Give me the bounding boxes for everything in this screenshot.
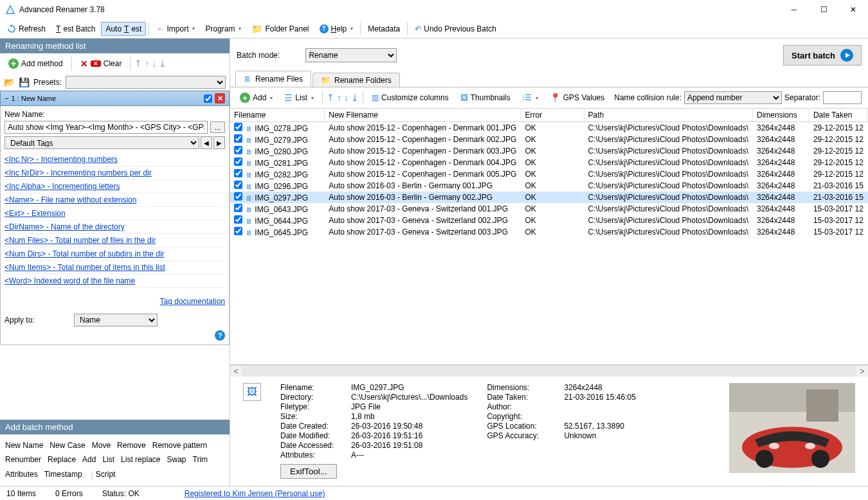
batch-method-new-name[interactable]: New Name (5, 441, 43, 450)
ncr-select[interactable]: Append number (684, 91, 782, 104)
row-checkbox[interactable] (234, 134, 242, 143)
tab-rename-folders[interactable]: 📁Rename Folders (312, 73, 400, 87)
tag-link[interactable]: <Name> - File name without extension (5, 193, 225, 207)
batch-method-script[interactable]: Script (96, 470, 116, 479)
save-preset-button[interactable]: 💾 (19, 77, 30, 87)
table-row[interactable]: 🗎IMG_0645.JPGAuto show 2017-03 - Geneva … (230, 226, 868, 238)
move-down-button[interactable]: ↓ (152, 58, 156, 69)
import-button[interactable]: ←Import▾ (152, 22, 199, 36)
batch-method-new-case[interactable]: New Case (50, 441, 85, 450)
batch-method-move[interactable]: Move (92, 441, 111, 450)
batch-method-trim[interactable]: Trim (193, 455, 208, 464)
row-checkbox[interactable] (234, 123, 242, 131)
separator-input[interactable] (823, 91, 862, 104)
customize-columns-button[interactable]: ▥Customize columns (367, 91, 453, 105)
row-checkbox[interactable] (234, 181, 242, 189)
minimize-button[interactable]: ─ (779, 0, 809, 19)
tag-link[interactable]: <Inc Alpha> - Incrementing letters (5, 180, 225, 193)
batch-method-swap[interactable]: Swap (167, 455, 186, 464)
method-enable-checkbox[interactable] (204, 94, 212, 103)
refresh-button[interactable]: Refresh (3, 22, 50, 36)
open-preset-button[interactable]: 📂 (4, 77, 15, 87)
column-header[interactable]: Dimensions (752, 109, 809, 122)
tag-link[interactable]: <Word> Indexed word of the file name (5, 274, 225, 288)
tag-link[interactable]: <Inc Nr> - Incrementing numbers (5, 153, 225, 166)
help-button[interactable]: ?Help▾ (315, 22, 358, 36)
clear-methods-button[interactable]: ✕✕Clear (76, 56, 127, 71)
move-top-icon[interactable]: ⤒ (327, 93, 334, 103)
list-button[interactable]: ☰List▾ (280, 90, 318, 105)
program-button[interactable]: Program▾ (201, 22, 246, 36)
tag-documentation-link[interactable]: Tag documentation (160, 295, 225, 308)
row-checkbox[interactable] (234, 192, 242, 201)
close-button[interactable]: ✕ (838, 0, 868, 19)
table-row[interactable]: 🗎IMG_0644.JPGAuto show 2017-03 - Geneva … (230, 215, 868, 226)
batch-method-renumber[interactable]: Renumber (5, 455, 41, 464)
move-bottom-icon[interactable]: ⤓ (351, 93, 359, 103)
batch-method-timestamp[interactable]: Timestamp (44, 470, 82, 479)
file-grid[interactable]: FilenameNew FilenameErrorPathDimensionsD… (230, 109, 868, 365)
add-files-button[interactable]: +Add▾ (235, 90, 277, 105)
tag-link[interactable]: <Num Dirs> - Total number of subdirs in … (5, 247, 225, 261)
folder-panel-button[interactable]: 📁Folder Panel (247, 21, 313, 37)
tag-link[interactable]: <Num Items> - Total number of items in t… (5, 261, 225, 274)
thumbnails-button[interactable]: 🖼Thumbnails (456, 91, 515, 105)
registration-link[interactable]: Registered to Kim Jensen (Personal use) (185, 489, 325, 498)
row-checkbox[interactable] (234, 215, 242, 224)
new-name-input[interactable] (5, 121, 208, 134)
column-header[interactable]: Error (521, 109, 584, 122)
row-checkbox[interactable] (234, 146, 242, 154)
method-close-button[interactable]: ✕ (215, 93, 225, 103)
batch-method-add[interactable]: Add (82, 455, 96, 464)
undo-button[interactable]: ↶Undo Previous Batch (410, 22, 501, 36)
tab-rename-files[interactable]: 🗎Rename Files (235, 71, 311, 87)
row-checkbox[interactable] (234, 169, 242, 177)
auto-test-button[interactable]: Auto Test (101, 22, 146, 36)
move-bottom-button[interactable]: ⤓ (159, 58, 167, 69)
test-batch-button[interactable]: Test Batch (51, 22, 100, 36)
apply-to-select[interactable]: Name (74, 314, 158, 326)
gps-values-button[interactable]: 📍GPS Values (545, 90, 609, 105)
batch-method-remove[interactable]: Remove (117, 441, 146, 450)
add-method-button[interactable]: +Add method (4, 56, 68, 71)
metadata-button[interactable]: Metadata (363, 22, 404, 36)
tag-category-select[interactable]: Default Tags (5, 136, 199, 149)
maximize-button[interactable]: ☐ (809, 0, 838, 19)
column-header[interactable]: Date Taken (809, 109, 867, 122)
method-help-button[interactable]: ? (215, 330, 225, 341)
column-header[interactable]: Path (584, 109, 752, 122)
tag-link[interactable]: <Num Files> - Total number of files in t… (5, 234, 225, 247)
table-row[interactable]: 🗎IMG_0296.JPGAuto show 2016-03 - Berlin … (230, 180, 868, 192)
tag-link[interactable]: <DirName> - Name of the directory (5, 220, 225, 234)
column-header[interactable]: New Filename (325, 109, 521, 122)
batch-method-replace[interactable]: Replace (48, 455, 76, 464)
table-row[interactable]: 🗎IMG_0282.JPGAuto show 2015-12 - Copenha… (230, 168, 868, 180)
collapse-icon[interactable]: − (5, 94, 8, 102)
new-name-browse-button[interactable]: ... (210, 121, 225, 133)
tag-link[interactable]: <Inc NrDir> - Incrementing numbers per d… (5, 166, 225, 180)
table-row[interactable]: 🗎IMG_0279.JPGAuto show 2015-12 - Copenha… (230, 134, 868, 145)
row-checkbox[interactable] (234, 227, 242, 235)
move-down-icon[interactable]: ↓ (344, 93, 348, 103)
table-row[interactable]: 🗎IMG_0643.JPGAuto show 2017-03 - Geneva … (230, 203, 868, 215)
preset-select[interactable] (66, 76, 226, 89)
tag-prev-button[interactable]: ◀ (201, 136, 212, 149)
batch-method-attributes[interactable]: Attributes (5, 470, 38, 479)
table-row[interactable]: 🗎IMG_0297.JPGAuto show 2016-03 - Berlin … (230, 192, 868, 203)
table-row[interactable]: 🗎IMG_0280.JPGAuto show 2015-12 - Copenha… (230, 145, 868, 157)
horizontal-scrollbar[interactable]: <> (230, 365, 868, 377)
start-batch-button[interactable]: Start batch (783, 45, 862, 66)
batch-method-remove-pattern[interactable]: Remove pattern (152, 441, 207, 450)
table-row[interactable]: 🗎IMG_0281.JPGAuto show 2015-12 - Copenha… (230, 157, 868, 168)
table-row[interactable]: 🗎IMG_0278.JPGAuto show 2015-12 - Copenha… (230, 122, 868, 134)
settings-button[interactable]: ⁝☰▾ (518, 91, 543, 105)
tag-link[interactable]: <Ext> - Extension (5, 207, 225, 220)
move-up-icon[interactable]: ↑ (337, 93, 341, 103)
exiftool-button[interactable]: ExifTool... (280, 464, 337, 479)
method-header[interactable]: − 1 : New Name ✕ (0, 91, 230, 106)
batch-method-list-replace[interactable]: List replace (121, 455, 160, 464)
row-checkbox[interactable] (234, 157, 242, 166)
batch-method-list[interactable]: List (102, 455, 114, 464)
column-header[interactable]: Filename (230, 109, 325, 122)
move-up-button[interactable]: ↑ (145, 58, 149, 69)
